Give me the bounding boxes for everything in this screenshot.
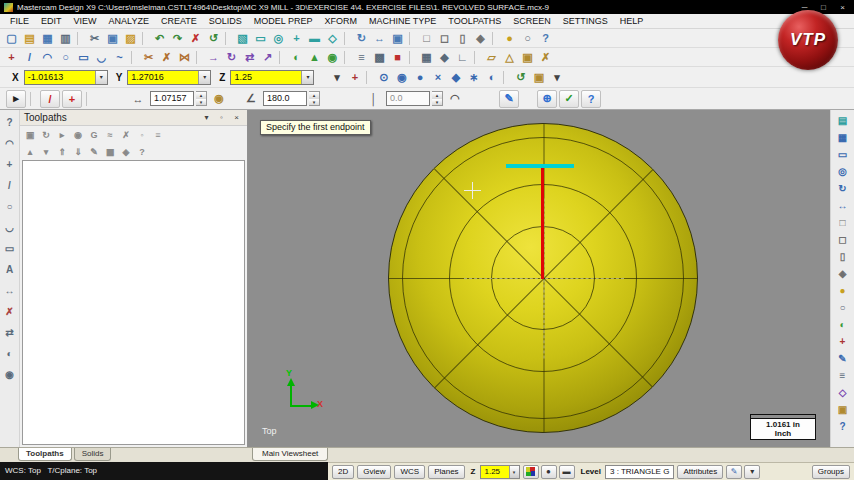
separator[interactable]: [503, 71, 509, 84]
lt-analyze-icon[interactable]: ?: [2, 115, 18, 129]
tangent-mode-icon[interactable]: ◠: [445, 90, 465, 108]
fit-screen-icon[interactable]: ▣: [389, 30, 406, 46]
tp-move-up-icon[interactable]: ⇑: [55, 145, 69, 159]
gview-button[interactable]: Gview: [357, 465, 391, 479]
tp-toggle-display-icon[interactable]: ≡: [151, 128, 165, 142]
solid-revolve-icon[interactable]: ◉: [324, 49, 341, 65]
rt-zoom-box-icon[interactable]: ▭: [834, 147, 852, 162]
x-coordinate-value[interactable]: -1.01613: [25, 71, 95, 84]
y-dropdown-icon[interactable]: ▾: [198, 71, 210, 84]
zoom-target-icon[interactable]: ◎: [270, 30, 287, 46]
levels-icon[interactable]: ≡: [353, 49, 370, 65]
graphics-viewport[interactable]: Specify the first endpoint Y: [248, 110, 830, 447]
select-all-icon[interactable]: ▣: [519, 49, 536, 65]
circle-icon[interactable]: ○: [57, 49, 74, 65]
rt-iso-view-icon[interactable]: ◈: [834, 266, 852, 281]
y-coordinate-value[interactable]: 1.27016: [128, 71, 198, 84]
angle-value[interactable]: 180.0: [264, 92, 306, 105]
angle-spinner[interactable]: ▴▾: [309, 91, 320, 106]
spline-icon[interactable]: ~: [111, 49, 128, 65]
line-icon[interactable]: /: [21, 49, 38, 65]
wcs-button[interactable]: WCS: [394, 465, 425, 479]
lt-dimension-icon[interactable]: ↔: [2, 283, 18, 297]
line-polar-mode-icon[interactable]: +: [62, 90, 82, 108]
rt-analyze-icon[interactable]: +: [834, 334, 852, 349]
rt-shading-icon[interactable]: ●: [834, 283, 852, 298]
surface-icon[interactable]: ◐: [288, 49, 305, 65]
lt-solid-icon[interactable]: ◉: [2, 367, 18, 381]
rt-groups-icon[interactable]: ▣: [834, 402, 852, 417]
edit-icon[interactable]: ✎: [499, 90, 519, 108]
repaint-icon[interactable]: ▧: [234, 30, 251, 46]
x-dropdown-icon[interactable]: ▾: [95, 71, 107, 84]
lt-arc-icon[interactable]: ○: [2, 199, 18, 213]
gview-side-icon[interactable]: ▯: [454, 30, 471, 46]
rt-multiview-icon[interactable]: ▦: [834, 130, 852, 145]
length-spinner[interactable]: ▴▾: [196, 91, 207, 106]
lt-surface-icon[interactable]: ◐: [2, 346, 18, 360]
lt-xform-icon[interactable]: ⇄: [2, 325, 18, 339]
attr-options-icon[interactable]: ▾: [744, 465, 760, 479]
clear-selection-icon[interactable]: ✗: [537, 49, 554, 65]
lt-point-icon[interactable]: +: [2, 157, 18, 171]
xform-scale-icon[interactable]: ↗: [259, 49, 276, 65]
angle-input[interactable]: 180.0: [263, 91, 307, 106]
separator[interactable]: [344, 51, 350, 64]
z-depth-value[interactable]: 0.0: [387, 92, 429, 105]
tp-lock-icon[interactable]: ◦: [135, 128, 149, 142]
zoom-window-icon[interactable]: ▭: [252, 30, 269, 46]
dynamic-rotate-icon[interactable]: ↻: [353, 30, 370, 46]
y-coordinate-label[interactable]: Y: [116, 72, 123, 83]
wireframe-icon[interactable]: ○: [519, 30, 536, 46]
repeat-last-icon[interactable]: ↺: [512, 69, 529, 85]
ortho-icon[interactable]: ∟: [454, 49, 471, 65]
snap-icon[interactable]: ◆: [436, 49, 453, 65]
menu-machine-type[interactable]: MACHINE TYPE: [363, 16, 442, 26]
status-z-input[interactable]: 1.25 ▾: [480, 465, 520, 479]
z-coordinate-label[interactable]: Z: [219, 72, 225, 83]
entity-color-icon[interactable]: [523, 465, 539, 479]
menu-edit[interactable]: EDIT: [35, 16, 68, 26]
angle-icon[interactable]: ∠: [241, 90, 261, 108]
separator[interactable]: [142, 32, 148, 45]
selection-options-icon[interactable]: ▾: [548, 69, 565, 85]
tp-help-icon[interactable]: ?: [135, 145, 149, 159]
selected-line[interactable]: [506, 164, 574, 168]
rt-rotate-icon[interactable]: ↻: [834, 181, 852, 196]
lt-delete-icon[interactable]: ✗: [2, 304, 18, 318]
lt-rect-icon[interactable]: ▭: [2, 241, 18, 255]
z-depth-spinner[interactable]: ▴▾: [432, 91, 443, 106]
new-file-icon[interactable]: ▢: [3, 30, 20, 46]
vertical-mode-icon[interactable]: │: [364, 90, 384, 108]
line-style-icon[interactable]: ▬: [559, 465, 575, 479]
tp-collapse-icon[interactable]: ▴: [23, 145, 37, 159]
menu-file[interactable]: FILE: [4, 16, 35, 26]
trim-icon[interactable]: ✂: [140, 49, 157, 65]
zoom-in-icon[interactable]: +: [288, 30, 305, 46]
z-coordinate-input[interactable]: 1.25 ▾: [230, 70, 314, 85]
planes-button[interactable]: Planes: [428, 465, 464, 479]
shaded-icon[interactable]: ●: [501, 30, 518, 46]
rt-right-view-icon[interactable]: ▯: [834, 249, 852, 264]
separator[interactable]: [279, 51, 285, 64]
gview-iso-icon[interactable]: ◈: [472, 30, 489, 46]
unzoom-icon[interactable]: ◇: [324, 30, 341, 46]
separator[interactable]: [344, 32, 350, 45]
status-z-value[interactable]: 1.25: [481, 466, 509, 478]
cut-icon[interactable]: ✂: [86, 30, 103, 46]
rectangle-icon[interactable]: ▭: [75, 49, 92, 65]
rt-zoom-fit-icon[interactable]: ◎: [834, 164, 852, 179]
ribbon-help-icon[interactable]: ?: [581, 90, 601, 108]
viewsheet-tab[interactable]: Main Viewsheet: [252, 448, 328, 461]
live-line-preview[interactable]: [541, 167, 544, 279]
midpoint-snap-icon[interactable]: ◆: [447, 69, 464, 85]
tp-move-down-icon[interactable]: ⇓: [71, 145, 85, 159]
tp-select-all-icon[interactable]: ▣: [23, 128, 37, 142]
length-lock-icon[interactable]: ◉: [209, 90, 229, 108]
line-endpoints-mode-icon[interactable]: /: [40, 90, 60, 108]
separator[interactable]: [77, 32, 83, 45]
separator[interactable]: [196, 51, 202, 64]
undelete-icon[interactable]: ↺: [205, 30, 222, 46]
menu-xform[interactable]: XFORM: [318, 16, 363, 26]
panel-options-icon[interactable]: ▾: [200, 112, 213, 124]
